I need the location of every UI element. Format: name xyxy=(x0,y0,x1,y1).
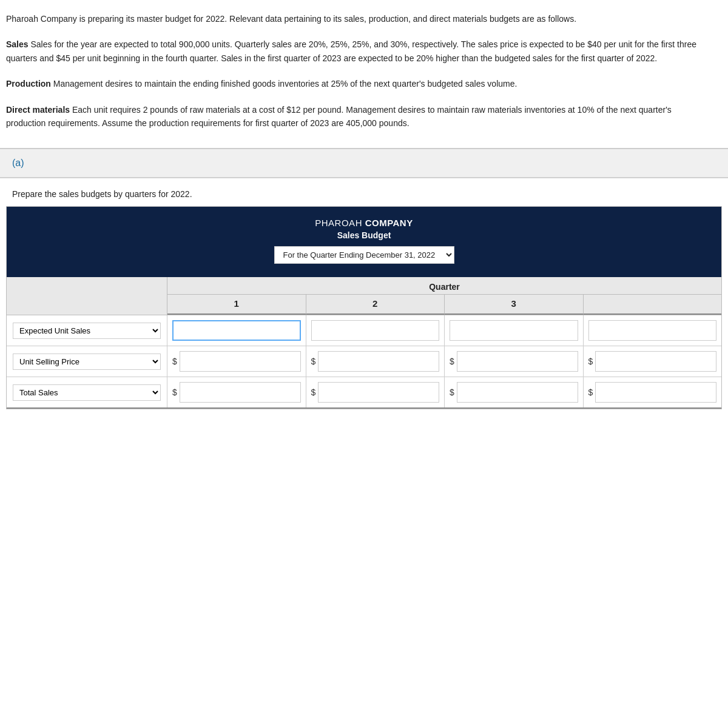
unit-selling-price-q2-input[interactable] xyxy=(318,351,439,372)
currency-sign-q4-ts: $ xyxy=(588,387,593,397)
total-sales-q3-input[interactable] xyxy=(457,382,578,403)
column-headers-section: Quarter 1 2 3 xyxy=(7,277,721,315)
table-header: PHAROAH COMPANY Sales Budget For the Qua… xyxy=(7,207,721,277)
company-title: PHAROAH COMPANY xyxy=(13,218,715,228)
expected-unit-sales-q1-cell xyxy=(167,315,306,346)
currency-sign-q1-usp: $ xyxy=(172,357,177,366)
total-sales-label-cell: Total Sales Expected Unit Sales Unit Sel… xyxy=(7,377,167,407)
col-header-2: 2 xyxy=(306,295,445,315)
unit-selling-price-q4-input[interactable] xyxy=(595,351,716,372)
expected-unit-sales-row: Expected Unit Sales Unit Selling Price T… xyxy=(7,315,721,346)
prepare-text: Prepare the sales budgets by quarters fo… xyxy=(0,178,728,206)
sales-paragraph: Sales Sales for the year are expected to… xyxy=(6,38,710,65)
production-paragraph: Production Management desires to maintai… xyxy=(6,77,710,90)
unit-selling-price-q1-input[interactable] xyxy=(180,351,301,372)
direct-text: Each unit requires 2 pounds of raw mater… xyxy=(6,105,672,128)
problem-text: Pharoah Company is preparing its master … xyxy=(0,0,728,149)
total-sales-q1-input[interactable] xyxy=(180,382,301,403)
empty-header-col xyxy=(7,277,167,295)
unit-selling-price-q2-cell: $ xyxy=(306,346,445,377)
production-text: Management desires to maintain the endin… xyxy=(51,79,517,89)
total-sales-row: Total Sales Expected Unit Sales Unit Sel… xyxy=(7,377,721,409)
unit-selling-price-q3-input[interactable] xyxy=(457,351,578,372)
col-header-1: 1 xyxy=(167,295,306,315)
quarter-label: Quarter xyxy=(167,277,721,295)
currency-sign-q3-ts: $ xyxy=(450,387,454,397)
currency-sign-q4-usp: $ xyxy=(588,357,593,366)
intro-paragraph: Pharoah Company is preparing its master … xyxy=(6,12,710,25)
unit-selling-price-q4-cell: $ xyxy=(584,346,722,377)
section-a-label: (a) xyxy=(0,149,728,178)
total-sales-q4-input[interactable] xyxy=(595,382,716,403)
col-header-4 xyxy=(584,295,722,315)
empty-header-col-2 xyxy=(7,295,167,315)
currency-sign-q2-usp: $ xyxy=(311,357,316,366)
company-name-bold: COMPANY xyxy=(365,218,413,228)
sales-text: Sales for the year are expected to total… xyxy=(6,39,696,62)
company-name: PHAROAH xyxy=(315,218,362,228)
unit-selling-price-q3-cell: $ xyxy=(445,346,584,377)
expected-unit-sales-q2-input[interactable] xyxy=(311,320,440,341)
expected-unit-sales-dropdown[interactable]: Expected Unit Sales Unit Selling Price T… xyxy=(13,323,161,339)
budget-title: Sales Budget xyxy=(13,230,715,240)
production-label: Production xyxy=(6,79,51,89)
unit-selling-price-row: Unit Selling Price Expected Unit Sales T… xyxy=(7,346,721,377)
total-sales-dropdown[interactable]: Total Sales Expected Unit Sales Unit Sel… xyxy=(13,384,161,401)
expected-unit-sales-q2-cell xyxy=(306,315,445,346)
period-dropdown[interactable]: For the Quarter Ending December 31, 2022… xyxy=(274,246,454,264)
expected-unit-sales-q1-input[interactable] xyxy=(172,320,301,341)
unit-selling-price-dropdown[interactable]: Unit Selling Price Expected Unit Sales T… xyxy=(13,354,161,370)
section-a-link[interactable]: (a) xyxy=(12,158,24,168)
expected-unit-sales-q4-cell xyxy=(584,315,722,346)
expected-unit-sales-q3-cell xyxy=(445,315,584,346)
currency-sign-q1-ts: $ xyxy=(172,387,177,397)
total-sales-q4-cell: $ xyxy=(584,377,722,407)
col-header-3: 3 xyxy=(445,295,584,315)
sales-label: Sales xyxy=(6,39,29,49)
sales-budget-table: PHAROAH COMPANY Sales Budget For the Qua… xyxy=(6,206,722,409)
direct-label: Direct materials xyxy=(6,105,70,115)
total-sales-q3-cell: $ xyxy=(445,377,584,407)
expected-unit-sales-q4-input[interactable] xyxy=(588,320,717,341)
currency-sign-q3-usp: $ xyxy=(450,357,454,366)
unit-selling-price-q1-cell: $ xyxy=(167,346,306,377)
unit-selling-price-label-cell: Unit Selling Price Expected Unit Sales T… xyxy=(7,346,167,377)
total-sales-q2-cell: $ xyxy=(306,377,445,407)
total-sales-q2-input[interactable] xyxy=(318,382,439,403)
expected-unit-sales-label-cell: Expected Unit Sales Unit Selling Price T… xyxy=(7,315,167,346)
currency-sign-q2-ts: $ xyxy=(311,387,316,397)
total-sales-q1-cell: $ xyxy=(167,377,306,407)
direct-materials-paragraph: Direct materials Each unit requires 2 po… xyxy=(6,103,710,130)
expected-unit-sales-q3-input[interactable] xyxy=(450,320,578,341)
